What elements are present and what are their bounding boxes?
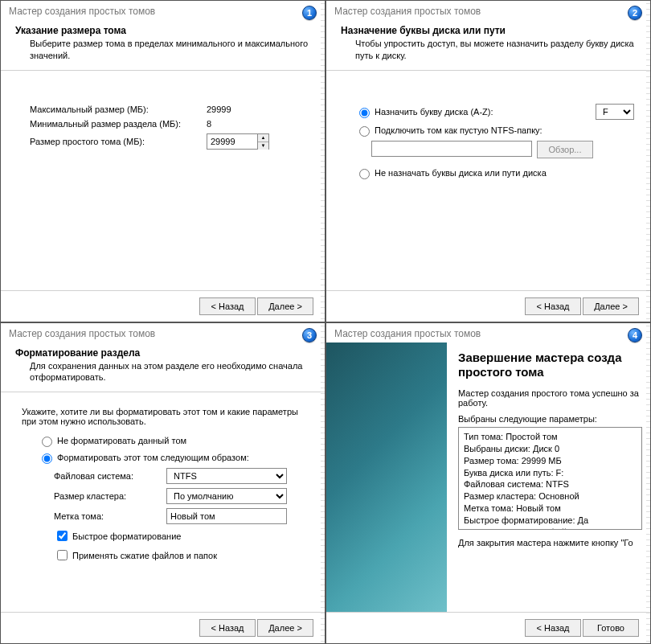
wizard-step-drive-letter: 2 Мастер создания простых томов Назначен… <box>326 0 651 322</box>
window-title: Мастер создания простых томов <box>1 1 325 20</box>
summary-line: Тип тома: Простой том <box>464 431 637 443</box>
window-title: Мастер создания простых томов <box>326 323 650 343</box>
step-title: Назначение буквы диска или пути <box>341 25 636 36</box>
window-title: Мастер создания простых томов <box>1 323 325 343</box>
mount-folder-radio[interactable] <box>359 126 370 137</box>
back-button[interactable]: < Назад <box>525 297 581 315</box>
mount-path-input <box>371 141 532 157</box>
volume-label-input[interactable] <box>166 508 287 524</box>
filesystem-label: Файловая система: <box>54 471 166 481</box>
format-label: Форматировать этот том следующим образом… <box>57 453 249 462</box>
step-badge-3: 3 <box>302 328 317 343</box>
summary-line: Метка тома: Новый том <box>464 502 637 515</box>
step-description: Выберите размер тома в пределах минималь… <box>15 38 310 62</box>
spinner-up-icon[interactable]: ▲ <box>258 134 268 142</box>
min-size-value: 8 <box>207 119 287 129</box>
back-button[interactable]: < Назад <box>199 619 256 637</box>
summary-line: Применение сжатия файлов и папок: Нет <box>464 527 637 530</box>
no-format-label: Не форматировать данный том <box>57 436 186 445</box>
mount-folder-label: Подключить том как пустую NTFS-папку: <box>375 125 542 135</box>
compress-checkbox[interactable] <box>57 550 68 560</box>
step-description: Для сохранения данных на этом разделе ег… <box>15 360 310 384</box>
wizard-step-format: 3 Мастер создания простых томов Форматир… <box>0 322 326 645</box>
volume-size-label: Размер простого тома (МБ): <box>30 137 207 146</box>
wizard-step-complete: 4 Мастер создания простых томов Завершен… <box>326 322 651 645</box>
cluster-label: Размер кластера: <box>54 491 166 501</box>
step-badge-1: 1 <box>302 6 317 20</box>
summary-line: Файловая система: NTFS <box>464 478 637 490</box>
drive-letter-select[interactable]: F <box>596 104 634 120</box>
assign-letter-label: Назначить букву диска (A-Z): <box>375 107 596 117</box>
no-format-radio[interactable] <box>42 437 52 447</box>
step-title: Указание размера тома <box>15 25 310 36</box>
close-hint: Для закрытия мастера нажмите кнопку "Го <box>458 538 642 548</box>
summary-line: Размер кластера: Основной <box>464 490 637 502</box>
no-letter-radio[interactable] <box>359 169 370 179</box>
summary-line: Быстрое форматирование: Да <box>464 515 637 527</box>
summary-listbox[interactable]: Тип тома: Простой томВыбраны диски: Диск… <box>458 427 642 530</box>
step-badge-2: 2 <box>628 6 642 20</box>
max-size-label: Максимальный размер (МБ): <box>30 105 207 114</box>
step-badge-4: 4 <box>628 328 642 343</box>
next-button[interactable]: Далее > <box>257 619 313 637</box>
format-intro: Укажите, хотите ли вы форматировать этот… <box>22 407 309 426</box>
format-radio[interactable] <box>42 453 52 464</box>
volume-size-spinner[interactable]: ▲ ▼ <box>207 133 269 150</box>
max-size-value: 29999 <box>207 105 287 114</box>
compress-label: Применять сжатие файлов и папок <box>72 551 217 560</box>
quick-format-checkbox[interactable] <box>57 531 68 541</box>
min-size-label: Минимальный размер раздела (МБ): <box>30 119 207 129</box>
volume-size-input[interactable] <box>207 134 257 149</box>
spinner-down-icon[interactable]: ▼ <box>258 142 268 150</box>
step-title: Форматирование раздела <box>15 347 310 359</box>
volume-label-label: Метка тома: <box>54 511 166 521</box>
summary-line: Буква диска или путь: F: <box>464 467 637 479</box>
cluster-select[interactable]: По умолчанию <box>166 488 287 504</box>
wizard-side-graphic <box>326 343 447 613</box>
complete-message: Мастер создания простого тома успешно за… <box>458 388 642 408</box>
quick-format-label: Быстрое форматирование <box>72 531 181 541</box>
assign-letter-radio[interactable] <box>359 108 370 118</box>
complete-title: Завершение мастера созда простого тома <box>458 351 642 381</box>
finish-button[interactable]: Готово <box>583 619 639 637</box>
wizard-step-size: 1 Мастер создания простых томов Указание… <box>0 0 326 322</box>
summary-line: Выбраны диски: Диск 0 <box>464 443 637 455</box>
no-letter-label: Не назначать буквы диска или пути диска <box>375 168 547 178</box>
window-title: Мастер создания простых томов <box>326 1 650 20</box>
step-description: Чтобы упростить доступ, вы можете назнач… <box>341 38 636 62</box>
back-button[interactable]: < Назад <box>525 619 581 637</box>
params-intro: Выбраны следующие параметры: <box>458 414 642 424</box>
filesystem-select[interactable]: NTFS <box>166 468 287 484</box>
browse-button: Обзор... <box>537 141 593 158</box>
next-button[interactable]: Далее > <box>257 297 313 315</box>
summary-line: Размер тома: 29999 МБ <box>464 455 637 467</box>
back-button[interactable]: < Назад <box>199 297 256 315</box>
next-button[interactable]: Далее > <box>583 297 639 315</box>
